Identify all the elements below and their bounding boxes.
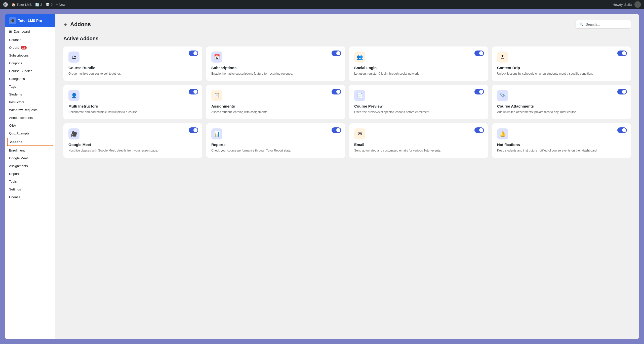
sidebar-item-instructors[interactable]: Instructors: [5, 98, 55, 106]
updates-button[interactable]: 🔄 2: [35, 3, 42, 7]
toggle-course-preview[interactable]: [474, 89, 484, 94]
addon-card-multi-instructors: 👤 Multi Instructors Collaborate and add …: [63, 85, 202, 119]
toggle-container-course-attachments[interactable]: [617, 89, 627, 95]
sidebar-logo-label: Tutor LMS Pro: [18, 19, 42, 23]
sidebar-label-settings: Settings: [9, 187, 21, 191]
sidebar-item-tools[interactable]: Tools: [5, 178, 55, 185]
admin-bar-right: Howdy, Saiful: [613, 1, 641, 8]
addon-card-content-drip: ⏱ Content Drip Unlock lessons by schedul…: [492, 46, 631, 81]
card-name-social-login: Social Login: [354, 66, 483, 70]
toggle-container-assignments[interactable]: [332, 89, 341, 95]
addon-card-course-attachments: 📎 Course Attachments Add unlimited attac…: [492, 85, 631, 119]
toggle-container-course-bundle[interactable]: [189, 51, 198, 57]
sidebar-label-courses: Courses: [9, 38, 21, 42]
sidebar-item-coupons[interactable]: Coupons: [5, 59, 55, 67]
toggle-subscriptions[interactable]: [332, 51, 341, 56]
toggle-container-email[interactable]: [474, 127, 484, 134]
toggle-container-google-meet[interactable]: [189, 127, 198, 134]
addon-card-email: ✉ Email Send automated and customized em…: [349, 123, 488, 158]
sidebar-item-settings[interactable]: Settings: [5, 185, 55, 193]
addon-card-subscriptions: 📅 Subscriptions Enable the native subscr…: [206, 46, 345, 81]
dashboard-label: Dashboard: [14, 30, 30, 33]
search-box[interactable]: 🔍: [576, 20, 631, 29]
sidebar-item-qna[interactable]: Q&A: [5, 122, 55, 129]
addons-grid-icon: ⊞: [63, 21, 68, 27]
toggle-reports[interactable]: [332, 127, 341, 133]
sidebar-item-quiz-attempts[interactable]: Quiz Attempts: [5, 129, 55, 137]
card-icon-multi-instructors: 👤: [68, 90, 79, 101]
card-name-google-meet: Google Meet: [68, 142, 197, 147]
card-icon-subscriptions: 📅: [211, 52, 222, 63]
card-name-course-attachments: Course Attachments: [497, 104, 626, 108]
toggle-container-subscriptions[interactable]: [332, 51, 341, 57]
addon-card-assignments: 📋 Assignments Assess student learning wi…: [206, 85, 345, 119]
toggle-assignments[interactable]: [332, 89, 341, 94]
card-desc-course-preview: Offer free previews of specific lessons …: [354, 110, 483, 114]
toggle-notifications[interactable]: [617, 127, 627, 133]
sidebar-label-google-meet: Google Meet: [9, 156, 28, 160]
sidebar-item-google-meet[interactable]: Google Meet: [5, 154, 55, 162]
addon-card-reports: 📊 Reports Check your course performance …: [206, 123, 345, 158]
sidebar-item-dashboard[interactable]: ⊞ Dashboard: [5, 27, 55, 36]
sidebar-item-license[interactable]: License: [5, 193, 55, 201]
card-name-assignments: Assignments: [211, 104, 340, 108]
main-wrapper: 🎓 Tutor LMS Pro ⊞ Dashboard CoursesOrder…: [0, 9, 644, 344]
user-avatar[interactable]: [634, 1, 641, 8]
sidebar-item-courses[interactable]: Courses: [5, 36, 55, 44]
wp-logo[interactable]: W: [3, 2, 8, 7]
sidebar-label-reports: Reports: [9, 172, 21, 176]
sidebar-label-qna: Q&A: [9, 124, 16, 127]
toggle-google-meet[interactable]: [189, 127, 198, 133]
sidebar-item-categories[interactable]: Categories: [5, 75, 55, 83]
addon-card-notifications: 🔔 Notifications Keep students and instru…: [492, 123, 631, 158]
sidebar-label-license: License: [9, 195, 20, 199]
admin-bar-left: W 🏠 Tutor LMS 🔄 2 💬 0 + New: [3, 2, 609, 7]
toggle-social-login[interactable]: [474, 51, 484, 56]
toggle-container-multi-instructors[interactable]: [189, 89, 198, 95]
sidebar-item-orders[interactable]: Orders14: [5, 44, 55, 52]
sidebar-item-withdraw-requests[interactable]: Withdraw Requests: [5, 106, 55, 114]
toggle-container-reports[interactable]: [332, 127, 341, 134]
toggle-course-attachments[interactable]: [617, 89, 627, 94]
card-name-reports: Reports: [211, 142, 340, 147]
search-input[interactable]: [586, 22, 627, 26]
addon-card-course-preview: 📄 Course Preview Offer free previews of …: [349, 85, 488, 119]
sidebar-item-enrollment[interactable]: Enrollment: [5, 146, 55, 154]
toggle-container-course-preview[interactable]: [474, 89, 484, 95]
sidebar-label-tags: Tags: [9, 85, 16, 88]
toggle-email[interactable]: [474, 127, 484, 133]
sidebar-item-reports[interactable]: Reports: [5, 170, 55, 178]
card-icon-course-preview: 📄: [354, 90, 365, 101]
addon-card-course-bundle: 🗂 Course Bundle Group multiple courses t…: [63, 46, 202, 81]
addon-card-google-meet: 🎥 Google Meet Host live classes with Goo…: [63, 123, 202, 158]
card-icon-reports: 📊: [211, 128, 222, 139]
user-greeting[interactable]: Howdy, Saiful: [613, 3, 632, 7]
toggle-course-bundle[interactable]: [189, 51, 198, 56]
card-name-subscriptions: Subscriptions: [211, 66, 340, 70]
card-name-email: Email: [354, 142, 483, 147]
sidebar-item-course-bundles[interactable]: Course Bundles: [5, 67, 55, 75]
sidebar-item-assignments[interactable]: Assignments: [5, 162, 55, 170]
sidebar-item-tags[interactable]: Tags: [5, 83, 55, 90]
sidebar-item-subscriptions[interactable]: Subscriptions: [5, 52, 55, 59]
toggle-container-content-drip[interactable]: [617, 51, 627, 57]
sidebar-item-students[interactable]: Students: [5, 90, 55, 98]
orders-badge: 14: [21, 46, 27, 50]
site-name[interactable]: 🏠 Tutor LMS: [12, 3, 32, 7]
card-icon-google-meet: 🎥: [68, 128, 79, 139]
new-button[interactable]: + New: [56, 3, 65, 7]
sidebar-logo[interactable]: 🎓 Tutor LMS Pro: [5, 14, 55, 27]
card-desc-course-attachments: Add unlimited attachments/ private files…: [497, 110, 626, 114]
page-title-area: ⊞ Addons: [63, 21, 91, 28]
card-desc-social-login: Let users register & login through socia…: [354, 71, 483, 76]
card-desc-subscriptions: Enable the native subscriptions feature …: [211, 71, 340, 76]
sidebar-item-announcements[interactable]: Announcements: [5, 114, 55, 122]
comments-button[interactable]: 💬 0: [46, 3, 52, 7]
sidebar-item-addons[interactable]: Addons: [7, 138, 53, 146]
toggle-content-drip[interactable]: [617, 51, 627, 56]
toggle-container-notifications[interactable]: [617, 127, 627, 134]
toggle-multi-instructors[interactable]: [189, 89, 198, 94]
sidebar-label-course-bundles: Course Bundles: [9, 69, 32, 73]
toggle-container-social-login[interactable]: [474, 51, 484, 57]
tutor-logo-icon: 🎓: [9, 17, 16, 24]
